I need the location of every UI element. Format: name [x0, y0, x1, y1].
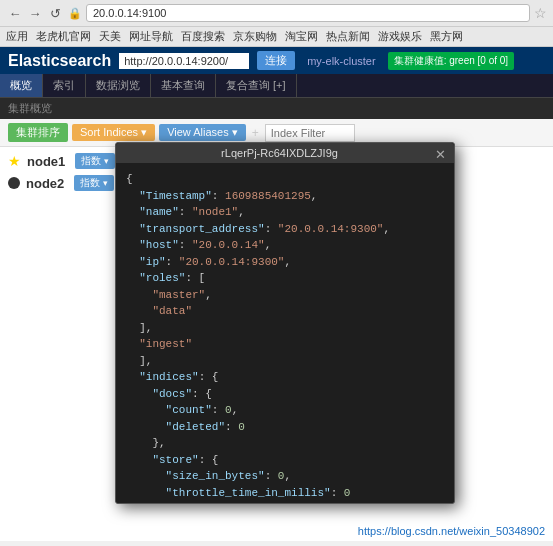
- bookmark-laohu[interactable]: 老虎机官网: [36, 29, 91, 44]
- cluster-status: 集群健康值: green [0 of 0]: [388, 52, 515, 70]
- bookmark-star[interactable]: ☆: [534, 5, 547, 21]
- refresh-button[interactable]: ↺: [46, 4, 64, 22]
- cluster-overview-label: 集群概览: [8, 101, 52, 116]
- popup-title-bar: rLqerPj-Rc64IXDLZJI9g ✕: [116, 143, 454, 163]
- popup-close-button[interactable]: ✕: [435, 147, 446, 162]
- tab-index[interactable]: 索引: [43, 74, 86, 97]
- bookmark-games[interactable]: 游戏娱乐: [378, 29, 422, 44]
- cluster-name: my-elk-cluster: [307, 55, 375, 67]
- back-button[interactable]: ←: [6, 4, 24, 22]
- popup-title: rLqerPj-Rc64IXDLZJI9g: [221, 147, 338, 159]
- bookmark-tianmei[interactable]: 天美: [99, 29, 121, 44]
- bookmark-nav[interactable]: 网址导航: [129, 29, 173, 44]
- main-page: Elasticsearch 连接 my-elk-cluster 集群健康值: g…: [0, 47, 553, 541]
- node2-index-button[interactable]: 指数 ▾: [74, 175, 114, 191]
- lock-icon: 🔒: [68, 7, 82, 20]
- bookmark-taobao[interactable]: 淘宝网: [285, 29, 318, 44]
- view-aliases-button[interactable]: View Aliases ▾: [159, 124, 246, 141]
- browser-chrome: ← → ↺ 🔒 ☆: [0, 0, 553, 27]
- bookmark-jd[interactable]: 京东购物: [233, 29, 277, 44]
- tab-overview[interactable]: 概览: [0, 74, 43, 97]
- bookmark-news[interactable]: 热点新闻: [326, 29, 370, 44]
- connect-button[interactable]: 连接: [257, 51, 295, 70]
- sort-indices-arrow: ▾: [141, 126, 147, 138]
- tab-data-browse[interactable]: 数据浏览: [86, 74, 151, 97]
- node1-index-button[interactable]: 指数 ▾: [75, 153, 115, 169]
- separator: +: [252, 126, 259, 140]
- view-aliases-arrow: ▾: [232, 126, 238, 138]
- nav-tabs: 概览 索引 数据浏览 基本查询 复合查询 [+]: [0, 74, 553, 98]
- node2-dot-icon: [8, 177, 20, 189]
- es-logo: Elasticsearch: [8, 52, 111, 70]
- node1-name: node1: [27, 154, 65, 169]
- nav-buttons: ← → ↺: [6, 4, 64, 22]
- bookmarks-bar: 应用 老虎机官网 天美 网址导航 百度搜索 京东购物 淘宝网 热点新闻 游戏娱乐…: [0, 27, 553, 47]
- tab-basic-query[interactable]: 基本查询: [151, 74, 216, 97]
- index-filter-input[interactable]: [265, 124, 355, 142]
- forward-button[interactable]: →: [26, 4, 44, 22]
- node1-star-icon: ★: [8, 153, 21, 169]
- cluster-sort-button[interactable]: 集群排序: [8, 123, 68, 142]
- bookmark-baidu[interactable]: 百度搜索: [181, 29, 225, 44]
- cluster-bar: 集群概览: [0, 98, 553, 119]
- json-content[interactable]: { "Timestamp": 1609885401295, "name": "n…: [116, 163, 454, 503]
- bookmark-hf[interactable]: 黑方网: [430, 29, 463, 44]
- es-header: Elasticsearch 连接 my-elk-cluster 集群健康值: g…: [0, 47, 553, 74]
- json-popup: rLqerPj-Rc64IXDLZJI9g ✕ { "Timestamp": 1…: [115, 142, 455, 504]
- sort-indices-button[interactable]: Sort Indices ▾: [72, 124, 155, 141]
- es-url-input[interactable]: [119, 53, 249, 69]
- bookmark-apps[interactable]: 应用: [6, 29, 28, 44]
- tab-compound-query[interactable]: 复合查询 [+]: [216, 74, 297, 97]
- watermark: https://blog.csdn.net/weixin_50348902: [358, 525, 545, 537]
- url-input[interactable]: [86, 4, 530, 22]
- node2-name: node2: [26, 176, 64, 191]
